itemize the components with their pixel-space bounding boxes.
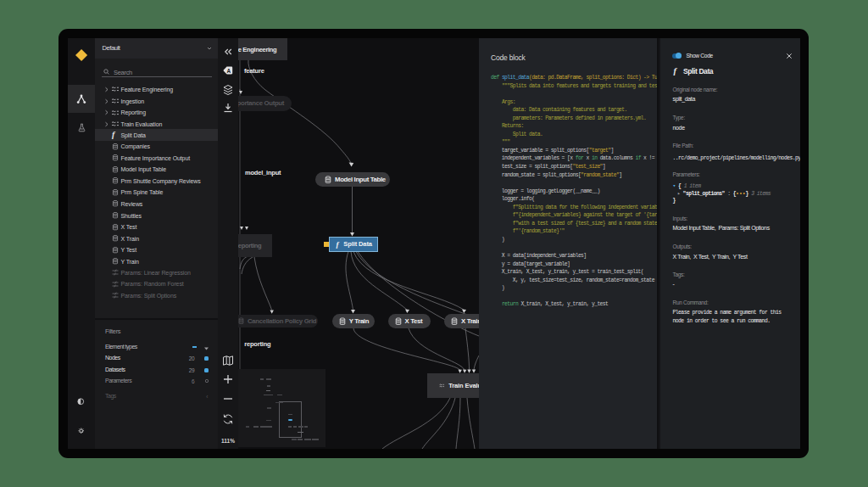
svg-text:A: A [227, 67, 231, 73]
